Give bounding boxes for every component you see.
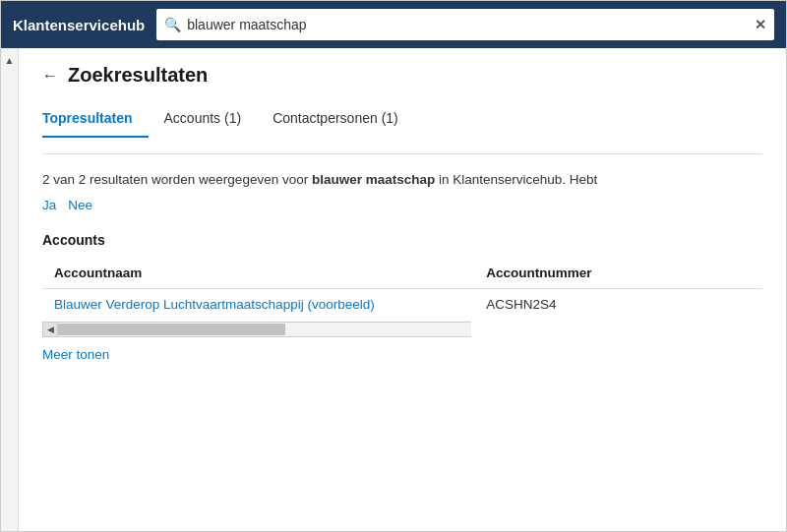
scroll-left-arrow[interactable]: ◀ (42, 322, 58, 337)
account-number-cell: ACSHN2S4 (474, 289, 762, 321)
page-title: Zoekresultaten (68, 64, 208, 87)
section-heading: Accounts (42, 232, 762, 248)
search-bar: 🔍 ✕ (156, 9, 774, 40)
content-area: ← Zoekresultaten Topresultaten Accounts … (19, 48, 786, 532)
tab-divider (42, 153, 762, 154)
vertical-scrollbar: ▲ (1, 48, 19, 532)
app-title: Klantenservicehub (13, 17, 145, 33)
search-icon: 🔍 (164, 17, 181, 32)
tab-topresultaten[interactable]: Topresultaten (42, 102, 149, 138)
tab-accounts[interactable]: Accounts (1) (164, 102, 258, 138)
result-query: blauwer maatschap (312, 172, 435, 187)
clear-icon[interactable]: ✕ (755, 17, 766, 32)
tab-contactpersonen[interactable]: Contactpersonen (1) (272, 102, 414, 138)
table-row: Blauwer Verderop Luchtvaartmaatschappij … (42, 289, 762, 321)
search-input[interactable] (187, 17, 749, 32)
horizontal-scrollbar: ◀ (42, 322, 762, 337)
more-link[interactable]: Meer tonen (42, 347, 762, 362)
result-info: 2 van 2 resultaten worden weergegeven vo… (42, 170, 762, 190)
scroll-up-arrow[interactable]: ▲ (2, 52, 18, 68)
account-name-cell: Blauwer Verderop Luchtvaartmaatschappij … (42, 289, 474, 321)
account-link[interactable]: Blauwer Verderop Luchtvaartmaatschappij … (54, 297, 375, 312)
table-header-row: Accountnaam Accountnummer (42, 260, 762, 289)
result-prefix: 2 van 2 resultaten worden weergegeven vo… (42, 172, 312, 187)
tabs: Topresultaten Accounts (1) Contactperson… (42, 102, 762, 138)
results-table: Accountnaam Accountnummer Blauwer Verder… (42, 260, 762, 320)
page-title-row: ← Zoekresultaten (42, 64, 762, 87)
main-area: ▲ ← Zoekresultaten Topresultaten Account… (1, 48, 786, 532)
feedback-no[interactable]: Nee (68, 198, 92, 212)
col-accountnaam: Accountnaam (42, 260, 474, 289)
feedback-yes[interactable]: Ja (42, 198, 56, 212)
result-suffix: in Klantenservicehub. Hebt (435, 172, 597, 187)
scroll-thumb[interactable] (58, 324, 285, 335)
back-button[interactable]: ← (42, 67, 58, 85)
feedback-row: Ja Nee (42, 198, 762, 212)
col-accountnummer: Accountnummer (474, 260, 762, 289)
scroll-track[interactable] (58, 322, 471, 337)
header: Klantenservicehub 🔍 ✕ (1, 1, 786, 48)
